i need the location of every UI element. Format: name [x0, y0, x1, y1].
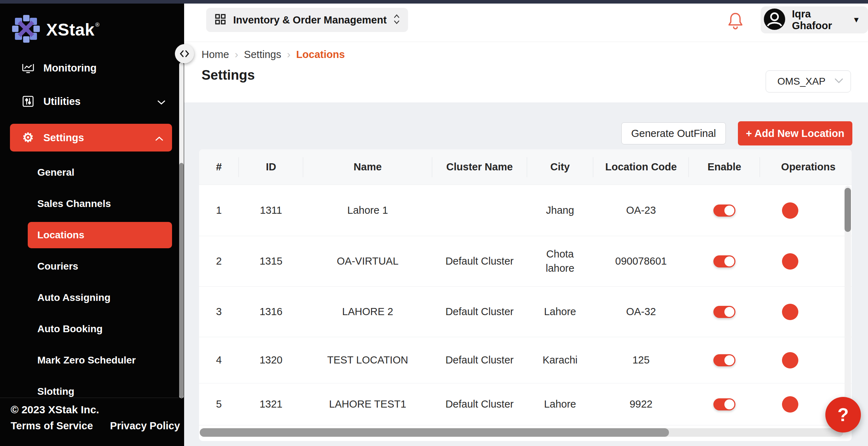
enable-toggle[interactable]: [713, 354, 735, 366]
chevron-down-icon: [157, 96, 166, 107]
cell-index: 5: [199, 383, 239, 425]
cell-name: OA-VIRTUAL: [303, 236, 432, 286]
cell-index: 4: [199, 337, 239, 383]
sidebar-item-label: Slotting: [37, 386, 74, 397]
cell-location-code: OA-32: [593, 287, 689, 337]
sidebar-item-label: Auto Assigning: [37, 292, 111, 303]
app-switcher[interactable]: Inventory & Order Management: [206, 8, 408, 32]
cell-city: Jhang: [527, 185, 593, 236]
sidebar-item-utilities[interactable]: Utilities: [0, 89, 184, 114]
chevron-up-icon: [155, 132, 164, 144]
breadcrumb-home[interactable]: Home: [202, 49, 229, 60]
topbar: Inventory & Order Management Iqra Ghafoo…: [184, 4, 868, 42]
brand-logo[interactable]: XStak®: [11, 14, 99, 46]
collapse-chevrons-icon: [179, 50, 190, 57]
sidebar-item-label: Couriers: [37, 261, 78, 272]
table-vertical-scrollbar-thumb[interactable]: [845, 188, 851, 232]
cell-enable: [689, 337, 760, 383]
help-button[interactable]: ?: [825, 397, 861, 432]
breadcrumb-settings[interactable]: Settings: [244, 49, 281, 60]
settings-submenu: General Sales Channels Locations Courier…: [0, 159, 184, 398]
edit-location-button[interactable]: [782, 253, 798, 270]
sidebar-item-auto-assigning[interactable]: Auto Assigning: [28, 285, 172, 311]
cell-enable: [689, 383, 760, 425]
sidebar-item-general[interactable]: General: [28, 159, 172, 186]
edit-location-button[interactable]: [782, 202, 798, 219]
cell-operations: [760, 337, 852, 383]
cell-name: TEST LOCATION: [303, 337, 432, 383]
table-row: 1 1311 Lahore 1 Jhang OA-23: [199, 185, 852, 236]
cell-id: 1320: [239, 337, 303, 383]
user-menu[interactable]: Iqra Ghafoor ▼: [761, 6, 868, 33]
sidebar-item-settings[interactable]: ⚙ Settings: [10, 124, 172, 152]
store-select-dropdown[interactable]: OMS_XAP: [766, 70, 851, 92]
sidebar-item-label: Settings: [43, 132, 84, 144]
column-header-city: City: [527, 149, 593, 185]
grid-icon: [215, 14, 226, 26]
add-new-location-button[interactable]: + Add New Location: [738, 121, 852, 145]
terms-of-service-link[interactable]: Terms of Service: [11, 420, 93, 432]
enable-toggle[interactable]: [713, 205, 735, 217]
avatar: [763, 8, 786, 32]
store-select-value: OMS_XAP: [777, 76, 825, 87]
cell-cluster: Default Cluster: [432, 383, 527, 425]
sidebar-item-label: General: [37, 167, 74, 178]
cell-cluster: Default Cluster: [432, 337, 527, 383]
column-header-location-code: Location Code: [593, 149, 689, 185]
cell-cluster: Default Cluster: [432, 236, 527, 286]
table-horizontal-scrollbar-thumb[interactable]: [200, 428, 669, 437]
breadcrumb-separator: ›: [287, 48, 290, 60]
cell-index: 1: [199, 185, 239, 236]
cell-id: 1315: [239, 236, 303, 286]
copyright-text: © 2023 XStak Inc.: [11, 404, 184, 416]
sidebar-item-auto-booking[interactable]: Auto Booking: [28, 316, 172, 342]
table-header-row: # ID Name Cluster Name City Location Cod…: [199, 149, 852, 185]
cell-operations: [760, 236, 852, 286]
edit-location-button[interactable]: [782, 304, 798, 320]
workspace: Generate OutFinal + Add New Location # I…: [184, 102, 868, 446]
cell-enable: [689, 287, 760, 337]
cell-id: 1311: [239, 185, 303, 236]
enable-toggle[interactable]: [713, 255, 735, 267]
cell-location-code: OA-23: [593, 185, 689, 236]
sidebar-item-slotting[interactable]: Slotting: [28, 378, 172, 398]
sidebar-scrollbar-thumb[interactable]: [179, 163, 184, 398]
table-row: 3 1316 LAHORE 2 Default Cluster Lahore O…: [199, 287, 852, 337]
edit-location-button[interactable]: [782, 396, 798, 413]
table-row: 2 1315 OA-VIRTUAL Default Cluster Chota …: [199, 236, 852, 287]
brand-name: XStak: [46, 20, 95, 39]
sidebar-item-sales-channels[interactable]: Sales Channels: [28, 191, 172, 217]
enable-toggle[interactable]: [713, 398, 735, 410]
breadcrumb-locations: Locations: [296, 49, 345, 60]
sidebar-item-locations[interactable]: Locations: [28, 222, 172, 248]
sidebar-item-monitoring[interactable]: Monitoring: [0, 64, 184, 80]
cell-city: Karachi: [527, 337, 593, 383]
brand-registered-mark: ®: [95, 22, 100, 28]
sidebar-footer: © 2023 XStak Inc. Terms of Service Priva…: [0, 398, 184, 446]
sidebar-collapse-button[interactable]: [175, 44, 194, 63]
table-row: 4 1320 TEST LOCATION Default Cluster Kar…: [199, 337, 852, 383]
generate-outfinal-button[interactable]: Generate OutFinal: [621, 122, 726, 144]
window-top-strip: [0, 0, 868, 4]
sliders-icon: [21, 95, 35, 108]
breadcrumb-separator: ›: [235, 48, 238, 60]
cell-operations: [760, 287, 852, 337]
gear-icon: ⚙: [21, 131, 35, 144]
cell-operations: [760, 185, 852, 236]
sidebar-item-couriers[interactable]: Couriers: [28, 253, 172, 280]
sidebar-item-label: Mark Zero Scheduler: [37, 355, 136, 366]
cell-location-code: 125: [593, 337, 689, 383]
sidebar-item-label: Locations: [37, 229, 84, 241]
enable-toggle[interactable]: [713, 306, 735, 318]
privacy-policy-link[interactable]: Privacy Policy: [110, 420, 180, 432]
sidebar-item-label: Sales Channels: [37, 198, 111, 209]
user-name: Iqra Ghafoor: [792, 8, 846, 32]
edit-location-button[interactable]: [782, 352, 798, 368]
notifications-button[interactable]: [727, 11, 744, 33]
column-header-operations: Operations: [760, 149, 852, 185]
cell-name: LAHORE 2: [303, 287, 432, 337]
breadcrumb: Home › Settings › Locations: [202, 48, 345, 60]
sidebar-item-mark-zero-scheduler[interactable]: Mark Zero Scheduler: [28, 347, 172, 373]
cell-enable: [689, 236, 760, 286]
cell-id: 1316: [239, 287, 303, 337]
